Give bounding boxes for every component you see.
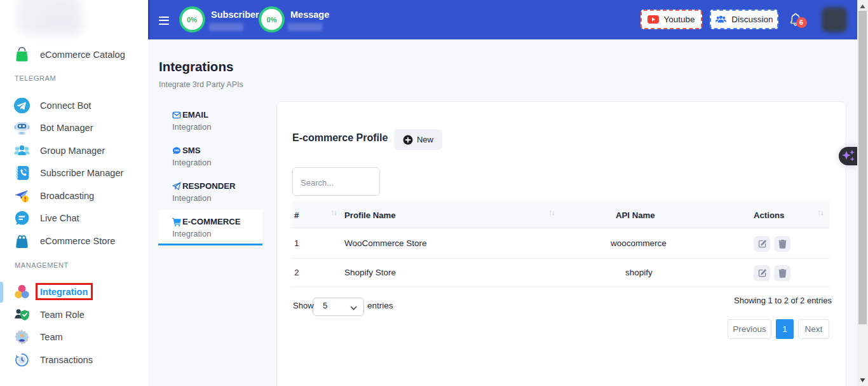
svg-text:SMS: SMS xyxy=(174,149,179,152)
